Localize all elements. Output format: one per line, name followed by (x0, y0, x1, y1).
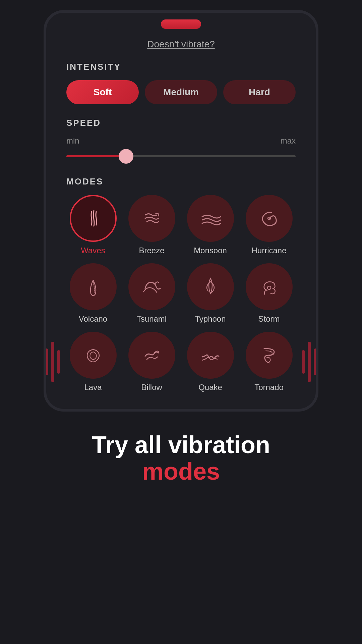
modes-grid: Waves Breeze Mo (66, 195, 296, 392)
mode-label-quake: Quake (198, 383, 222, 392)
mode-label-waves: Waves (81, 246, 105, 255)
mode-tornado[interactable]: Tornado (242, 332, 296, 392)
doesnt-vibrate-link[interactable]: Doesn't vibrate? (66, 39, 296, 50)
mode-circle-breeze (128, 195, 175, 242)
top-button[interactable] (161, 19, 201, 29)
mode-circle-monsoon (187, 195, 234, 242)
mode-circle-hurricane (246, 195, 293, 242)
slider-thumb[interactable] (119, 149, 133, 164)
mode-waves[interactable]: Waves (66, 195, 120, 255)
mode-circle-typhoon (187, 263, 234, 310)
intensity-medium[interactable]: Medium (145, 80, 217, 104)
mode-label-typhoon: Typhoon (195, 314, 226, 324)
mode-lava[interactable]: Lava (66, 332, 120, 392)
modes-label: MODES (66, 176, 296, 187)
svg-point-1 (267, 286, 271, 289)
cta-line2: modes (7, 458, 355, 485)
mode-billow[interactable]: Billow (125, 332, 178, 392)
intensity-row: Soft Medium Hard (66, 80, 296, 104)
vibration-bars-left (44, 342, 60, 382)
mode-hurricane[interactable]: Hurricane (242, 195, 296, 255)
mode-label-volcano: Volcano (79, 314, 107, 324)
mode-label-tsunami: Tsunami (137, 314, 167, 324)
intensity-label: INTENSITY (66, 62, 296, 72)
bottom-cta: Try all vibration modes (0, 412, 362, 498)
phone-frame: Doesn't vibrate? INTENSITY Soft Medium H… (44, 10, 318, 412)
mode-tsunami[interactable]: Tsunami (125, 263, 178, 324)
mode-circle-lava (70, 332, 117, 379)
mode-label-tornado: Tornado (254, 383, 284, 392)
mode-circle-waves (70, 195, 117, 242)
speed-max-label: max (281, 136, 296, 146)
mode-storm[interactable]: Storm (242, 263, 296, 324)
mode-label-billow: Billow (141, 383, 162, 392)
mode-circle-storm (246, 263, 293, 310)
intensity-soft[interactable]: Soft (66, 80, 139, 104)
mode-circle-quake (187, 332, 234, 379)
mode-circle-tsunami (128, 263, 175, 310)
mode-quake[interactable]: Quake (184, 332, 237, 392)
slider-fill (66, 155, 126, 157)
mode-circle-billow (128, 332, 175, 379)
cta-line1: Try all vibration (7, 432, 355, 458)
mode-typhoon[interactable]: Typhoon (184, 263, 237, 324)
speed-section: SPEED min max (66, 118, 296, 163)
slider-track (66, 155, 296, 157)
speed-slider[interactable] (66, 150, 296, 163)
mode-label-storm: Storm (258, 314, 280, 324)
mode-label-lava: Lava (84, 383, 102, 392)
mode-label-hurricane: Hurricane (251, 246, 286, 255)
mode-circle-volcano (70, 263, 117, 310)
intensity-hard[interactable]: Hard (223, 80, 296, 104)
speed-label: SPEED (66, 118, 296, 128)
mode-monsoon[interactable]: Monsoon (184, 195, 237, 255)
mode-label-breeze: Breeze (139, 246, 164, 255)
mode-circle-tornado (246, 332, 293, 379)
speed-min-label: min (66, 136, 79, 146)
mode-breeze[interactable]: Breeze (125, 195, 178, 255)
vibration-bars-right (302, 342, 318, 382)
mode-label-monsoon: Monsoon (194, 246, 227, 255)
mode-volcano[interactable]: Volcano (66, 263, 120, 324)
